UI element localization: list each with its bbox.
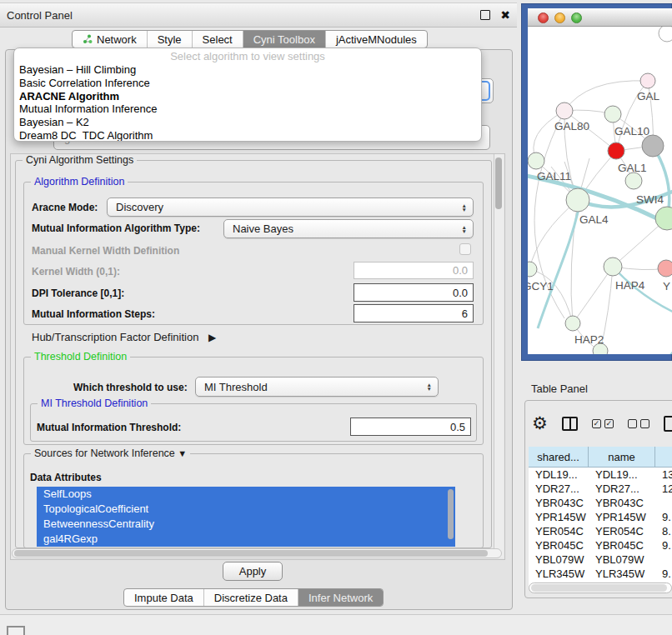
algorithm-option[interactable]: Dream8 DC_TDC Algorithm (14, 129, 481, 142)
minimize-traffic-light-icon[interactable] (554, 12, 565, 23)
network-node[interactable] (659, 27, 672, 42)
horizontal-scrollbar[interactable] (12, 548, 502, 558)
algorithm-option[interactable]: Bayesian – Hill Climbing (14, 63, 481, 77)
table-cell: YER054C (589, 524, 655, 538)
kernel-width-field[interactable]: 0.0 (354, 262, 474, 279)
attribute-item[interactable]: gal4RGexp (37, 532, 455, 547)
network-node-label: HAP4 (615, 279, 644, 292)
algorithm-option[interactable]: Bayesian – K2 (14, 116, 481, 129)
float-window-icon[interactable] (480, 10, 490, 20)
table-cell: 13 (655, 468, 672, 482)
table-row[interactable]: YPR145WYPR145W9. (529, 510, 672, 524)
attribute-table: shared... name YDL19...YDL19...13YDR27..… (529, 447, 672, 588)
table-cell: YLR345W (529, 567, 589, 581)
column-header-shared-name[interactable]: shared... (529, 447, 589, 467)
split-panes-icon[interactable] (562, 417, 578, 431)
tab-impute-data[interactable]: Impute Data (124, 589, 203, 606)
network-node[interactable] (565, 316, 580, 331)
attribute-item[interactable]: BetweennessCentrality (37, 517, 455, 532)
table-cell: 9. (655, 567, 672, 581)
apply-button[interactable]: Apply (223, 562, 283, 581)
control-panel-title: Control Panel (7, 9, 73, 22)
network-node-label: GAL80 (554, 120, 589, 132)
manual-kernel-width-checkbox[interactable] (459, 243, 471, 255)
table-cell: YER054C (529, 524, 589, 538)
column-header-partial[interactable] (655, 447, 672, 467)
zoom-traffic-light-icon[interactable] (571, 12, 582, 23)
algorithm-option-selected[interactable]: ARACNE Algorithm (14, 90, 481, 103)
dpi-tolerance-label: DPI Tolerance [0,1]: (32, 288, 124, 299)
algorithm-option[interactable]: Mutual Information Inference (14, 102, 481, 116)
mi-algorithm-type-combobox[interactable]: Naive Bayes ▲▼ (223, 219, 474, 238)
minimized-panel-icon[interactable] (7, 626, 25, 635)
collapse-arrow-icon[interactable]: ▼ (178, 448, 187, 458)
algorithm-option[interactable]: Basic Correlation Inference (14, 77, 481, 90)
network-node[interactable] (528, 262, 537, 277)
close-traffic-light-icon[interactable] (538, 12, 549, 23)
tab-discretize-data[interactable]: Discretize Data (203, 589, 298, 606)
table-row[interactable]: YER054CYER054C8. (529, 524, 672, 538)
table-panel: ⚙ ✓✓ shared... name YDL19...YDL19...13YD… (524, 400, 672, 598)
table-row[interactable]: YBR043CYBR043C (529, 496, 672, 510)
table-horizontal-scrollbar[interactable] (529, 582, 672, 593)
scrollbar-thumb[interactable] (14, 550, 488, 557)
attribute-item[interactable]: TopologicalCoefficient (37, 502, 455, 517)
table-row[interactable]: YBR045CYBR045C9. (529, 538, 672, 552)
network-node[interactable] (640, 73, 655, 88)
tab-jactivemnodules[interactable]: jActiveMNodules (325, 31, 427, 48)
control-panel-titlebar: Control Panel ✖ (0, 2, 517, 28)
table-body: YDL19...YDL19...13YDR27...YDR27...12YBR0… (529, 468, 672, 588)
table-cell: 12 (655, 482, 672, 496)
table-cell (655, 552, 672, 567)
scrollbar-thumb[interactable] (495, 158, 502, 209)
column-header-name[interactable]: name (589, 447, 655, 467)
combobox-arrows-icon: ▲▼ (462, 203, 473, 212)
table-cell: YBR045C (529, 538, 589, 552)
deselect-all-columns-icon[interactable] (628, 419, 649, 428)
network-node[interactable] (556, 102, 573, 119)
tab-style[interactable]: Style (147, 31, 192, 48)
table-cell: 8. (655, 524, 672, 538)
table-row[interactable]: YDL19...YDL19...13 (529, 468, 672, 482)
which-threshold-combobox[interactable]: MI Threshold ▲▼ (195, 377, 439, 397)
document-icon[interactable] (664, 416, 672, 432)
attribute-item[interactable]: SelfLoops (37, 487, 455, 502)
table-cell: 9. (655, 510, 672, 524)
table-cell (655, 496, 672, 510)
expand-arrow-icon: ▶ (208, 332, 216, 343)
scrollbar-thumb[interactable] (531, 584, 667, 592)
network-window-titlebar[interactable] (528, 8, 672, 27)
aracne-mode-combobox[interactable]: Discovery ▲▼ (107, 198, 474, 217)
table-row[interactable]: YLR345WYLR345W9. (529, 567, 672, 581)
combobox-arrows-icon: ▲▼ (462, 225, 473, 233)
tab-select[interactable]: Select (192, 31, 243, 48)
network-node[interactable] (528, 152, 544, 169)
table-row[interactable]: YBL079WYBL079W (529, 552, 672, 567)
table-cell: YLR345W (589, 567, 655, 581)
close-icon[interactable]: ✖ (500, 11, 510, 19)
network-node-label: GAL (637, 90, 659, 102)
network-canvas[interactable]: GALGAL80GAL10GAL1GAL11SWI4GAL4GCY1HAP4YH… (528, 27, 672, 354)
mi-steps-field[interactable]: 6 (354, 304, 474, 322)
network-node[interactable] (608, 142, 624, 159)
tab-infer-network[interactable]: Infer Network (298, 589, 383, 606)
network-node-label: GCY1 (528, 280, 554, 292)
tab-cyni-toolbox[interactable]: Cyni Toolbox (243, 31, 325, 48)
network-node[interactable] (658, 260, 672, 277)
table-header-row: shared... name (529, 447, 672, 468)
network-node[interactable] (566, 188, 589, 212)
mi-threshold-field[interactable]: 0.5 (350, 418, 471, 436)
tab-network[interactable]: Network (73, 31, 147, 48)
hub-section-toggle[interactable]: Hub/Transcription Factor Definition ▶ (32, 331, 216, 343)
data-attributes-list[interactable]: SelfLoops TopologicalCoefficient Between… (37, 487, 455, 547)
gear-icon[interactable]: ⚙ (532, 415, 548, 432)
network-node[interactable] (604, 258, 622, 276)
network-node[interactable] (642, 135, 664, 157)
network-node[interactable] (625, 172, 642, 189)
select-all-columns-icon[interactable]: ✓✓ (592, 419, 614, 428)
table-row[interactable]: YDR27...YDR27...12 (529, 482, 672, 496)
vertical-scrollbar[interactable] (494, 154, 504, 558)
dpi-tolerance-field[interactable]: 0.0 (354, 283, 474, 302)
network-node[interactable] (604, 106, 621, 122)
list-scrollbar-thumb[interactable] (448, 489, 454, 539)
